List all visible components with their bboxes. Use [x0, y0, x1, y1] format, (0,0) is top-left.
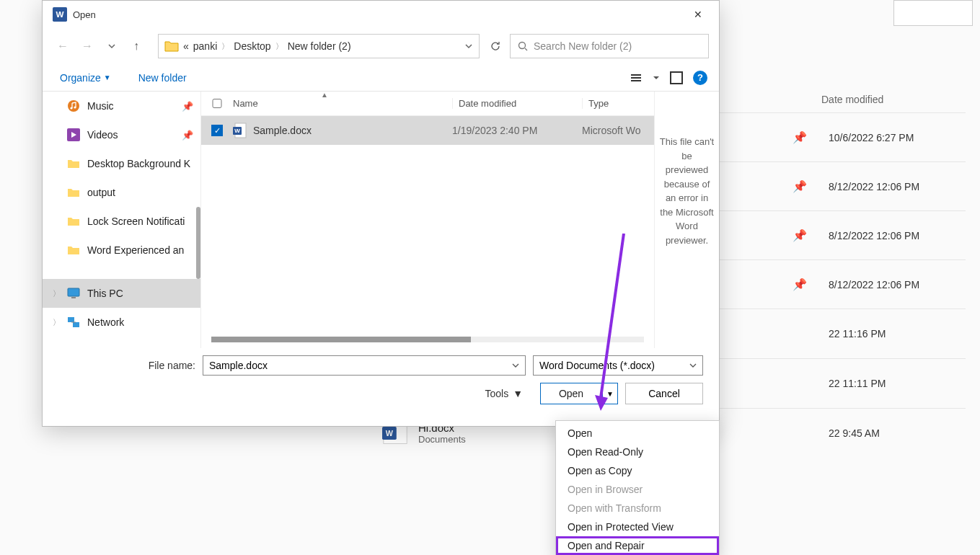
file-row[interactable]: ✓ W Sample.docx 1/19/2023 2:40 PM Micros…: [201, 116, 654, 145]
folder-icon: [67, 187, 80, 198]
open-split-button[interactable]: Open ▼: [540, 383, 618, 404]
view-dropdown-icon[interactable]: [653, 74, 660, 81]
file-date: 1/19/2023 2:40 PM: [452, 125, 582, 136]
preview-pane: This file can't be previewed because of …: [654, 92, 719, 348]
folder-icon: [164, 40, 179, 53]
pin-icon[interactable]: 📌: [793, 179, 807, 193]
tree-label: Desktop Background K: [87, 158, 190, 169]
organize-button[interactable]: Organize▼: [54, 69, 117, 86]
breadcrumb-item[interactable]: panki: [193, 40, 217, 52]
bg-search-box[interactable]: [893, 0, 973, 26]
tree-label: Lock Screen Notificati: [87, 216, 185, 227]
chevron-right-icon[interactable]: 〉: [53, 317, 61, 328]
header-date-modified: Date modified: [821, 94, 951, 105]
file-name: Sample.docx: [253, 125, 452, 136]
col-date[interactable]: Date modified: [452, 98, 582, 109]
horizontal-scrollbar[interactable]: [211, 337, 644, 342]
menu-open-browser: Open in Browser: [556, 480, 719, 499]
dialog-title: Open: [73, 9, 96, 20]
new-folder-button[interactable]: New folder: [133, 69, 193, 86]
menu-open-readonly[interactable]: Open Read-Only: [556, 443, 719, 461]
menu-open-repair[interactable]: Open and Repair: [556, 536, 719, 555]
col-type[interactable]: Type: [582, 98, 654, 109]
filename-input[interactable]: Sample.docx: [203, 355, 526, 376]
svg-text:W: W: [56, 9, 63, 19]
back-button[interactable]: ←: [53, 36, 73, 56]
dialog-bottom: File name: Sample.docx Word Documents (*…: [43, 348, 719, 412]
close-button[interactable]: ✕: [681, 3, 715, 26]
svg-line-12: [525, 48, 527, 50]
pin-icon[interactable]: 📌: [793, 130, 807, 144]
tree-item-videos[interactable]: Videos📌: [43, 120, 200, 149]
menu-open-transform: Open with Transform: [556, 499, 719, 518]
folder-tree[interactable]: Music📌 Videos📌 Desktop Background K outp…: [43, 92, 201, 348]
open-dialog: W Open ✕ ← → ↑ « panki 〉 Desktop 〉 New f…: [42, 0, 720, 427]
file-date: 22 11:16 PM: [829, 328, 958, 339]
pin-icon: 📌: [182, 130, 193, 141]
help-button[interactable]: ?: [693, 71, 707, 85]
filename-label: File name:: [58, 360, 195, 371]
up-button[interactable]: ↑: [126, 36, 146, 56]
svg-rect-22: [68, 317, 74, 322]
refresh-button[interactable]: [485, 36, 506, 56]
view-list-icon[interactable]: [630, 73, 643, 83]
breadcrumb-item[interactable]: Desktop: [234, 40, 270, 52]
search-placeholder: Search New folder (2): [534, 40, 632, 52]
svg-point-18: [74, 106, 76, 108]
menu-open-copy[interactable]: Open as Copy: [556, 461, 719, 480]
search-input[interactable]: Search New folder (2): [510, 34, 709, 58]
address-bar[interactable]: « panki 〉 Desktop 〉 New folder (2): [158, 34, 480, 58]
file-date: 8/12/2022 12:06 PM: [829, 230, 958, 241]
combo-dropdown-icon[interactable]: [689, 362, 697, 369]
select-all-checkbox[interactable]: [211, 99, 223, 108]
breadcrumb-sep-icon: 〉: [275, 41, 283, 52]
preview-pane-button[interactable]: [670, 71, 683, 84]
tree-item-network[interactable]: 〉Network: [43, 308, 200, 337]
tree-label: output: [87, 187, 115, 198]
organize-label: Organize: [60, 72, 101, 84]
file-date: 8/12/2022 12:06 PM: [829, 181, 958, 192]
tree-label: Videos: [87, 129, 118, 141]
svg-rect-23: [73, 322, 79, 327]
tree-label: Network: [87, 316, 124, 328]
dialog-body: Music📌 Videos📌 Desktop Background K outp…: [43, 92, 719, 348]
address-dropdown-icon[interactable]: [464, 42, 473, 50]
breadcrumb-truncate: «: [183, 40, 189, 52]
menu-open-protected[interactable]: Open in Protected View: [556, 518, 719, 536]
open-dropdown-menu: Open Open Read-Only Open as Copy Open in…: [555, 420, 720, 555]
tree-label: Music: [87, 100, 114, 112]
row-checkbox[interactable]: ✓: [211, 125, 223, 136]
titlebar: W Open ✕: [43, 1, 719, 28]
file-filter-dropdown[interactable]: Word Documents (*.docx): [533, 355, 703, 376]
tree-scrollbar[interactable]: [196, 207, 200, 279]
tree-item-this-pc[interactable]: 〉This PC: [43, 279, 200, 308]
tree-item-folder[interactable]: Lock Screen Notificati: [43, 207, 200, 236]
breadcrumb-item[interactable]: New folder (2): [288, 40, 351, 52]
cancel-button[interactable]: Cancel: [625, 383, 703, 404]
scrollbar-thumb[interactable]: [211, 337, 471, 342]
forward-button[interactable]: →: [77, 36, 97, 56]
open-dropdown-button[interactable]: ▼: [602, 383, 618, 404]
chevron-right-icon[interactable]: 〉: [53, 288, 61, 299]
pin-icon[interactable]: 📌: [793, 278, 807, 291]
combo-dropdown-icon[interactable]: [512, 362, 519, 369]
svg-text:W: W: [234, 128, 240, 134]
tree-item-folder[interactable]: output: [43, 178, 200, 207]
open-button[interactable]: Open: [540, 383, 602, 404]
tree-item-folder[interactable]: Word Experienced an: [43, 236, 200, 265]
search-icon: [518, 41, 528, 51]
file-list: Name▲ Date modified Type ✓ W Sample.docx…: [201, 92, 654, 348]
recent-dropdown[interactable]: [102, 36, 122, 56]
file-date: 22 11:11 PM: [829, 378, 958, 389]
toolbar: Organize▼ New folder ?: [43, 64, 719, 92]
network-icon: [67, 316, 80, 328]
pin-icon[interactable]: 📌: [793, 228, 807, 242]
file-type: Microsoft Wo: [582, 125, 654, 136]
col-name-label: Name: [233, 98, 258, 109]
tree-item-music[interactable]: Music📌: [43, 92, 200, 120]
nav-row: ← → ↑ « panki 〉 Desktop 〉 New folder (2)…: [43, 28, 719, 64]
tools-button[interactable]: Tools▼: [485, 388, 523, 399]
menu-open[interactable]: Open: [556, 424, 719, 443]
tree-item-folder[interactable]: Desktop Background K: [43, 149, 200, 178]
col-name[interactable]: Name▲: [233, 98, 452, 109]
